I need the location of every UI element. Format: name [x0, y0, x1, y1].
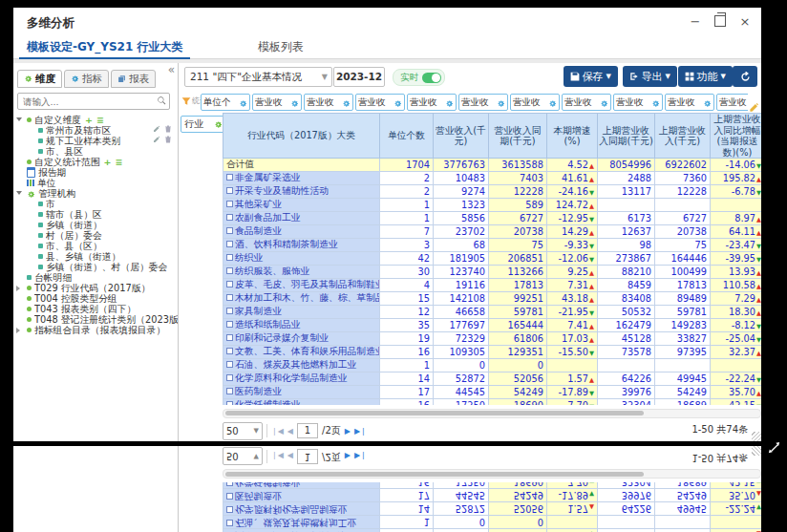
expander-open-icon[interactable]	[16, 117, 22, 121]
gear-icon[interactable]	[651, 97, 660, 108]
tree-item[interactable]: 村（居）委会	[15, 230, 178, 241]
row-expand-icon[interactable]	[226, 267, 233, 274]
row-label-cell[interactable]: 农副食品加工业	[223, 212, 380, 225]
gear-icon[interactable]	[342, 97, 351, 108]
row-label-cell[interactable]: 纺织业	[223, 252, 380, 266]
tab-template-list[interactable]: 模板列表	[250, 36, 311, 57]
tree-item[interactable]: 乡镇（街道）、村（居）委会	[15, 262, 178, 272]
page-input[interactable]: 1	[297, 423, 318, 438]
gear-icon[interactable]	[600, 97, 608, 108]
tree-item[interactable]: 管理机构	[15, 188, 178, 199]
row-expand-icon[interactable]	[226, 374, 233, 381]
row-label-cell[interactable]: 纺织服装、服饰业	[223, 266, 380, 279]
last-page-button[interactable]: ▶❘	[354, 427, 367, 436]
prev-page-button[interactable]: ◀	[287, 427, 293, 436]
edit-pencil-icon[interactable]	[153, 125, 160, 133]
row-label-cell[interactable]: 医药制造业	[223, 386, 380, 399]
tree-item[interactable]: T043 报表类别（四下）	[15, 304, 178, 314]
gear-icon[interactable]	[239, 97, 247, 108]
next-page-button[interactable]: ▶	[345, 427, 351, 436]
expander-open-icon[interactable]	[16, 191, 22, 195]
tree-item[interactable]: T004 控股类型分组	[15, 293, 178, 304]
save-button[interactable]: 保存 ▼	[564, 66, 618, 87]
row-label-cell[interactable]: 造纸和纸制品业	[223, 319, 380, 332]
row-expand-icon[interactable]	[226, 321, 233, 328]
realtime-toggle[interactable]	[422, 73, 441, 83]
template-select[interactable]: 211 "四下"企业基本情况 ▼	[184, 67, 332, 87]
row-label-cell[interactable]: 家具制造业	[223, 306, 380, 319]
add-icon[interactable]: +	[104, 157, 112, 167]
gear-icon[interactable]	[394, 97, 402, 108]
measure-chip[interactable]: 营业收	[510, 94, 560, 111]
row-label-cell[interactable]: 食品制造业	[223, 225, 380, 239]
gear-icon[interactable]	[290, 97, 299, 108]
tree-item[interactable]: 单位	[15, 178, 178, 188]
functions-button[interactable]: 功能 ▼	[678, 66, 733, 87]
measure-chip[interactable]: 营业收	[458, 94, 508, 111]
measure-chip[interactable]: 营业收	[407, 94, 457, 111]
tree-item[interactable]: 报告期	[15, 167, 178, 178]
row-label-cell[interactable]: 酒、饮料和精制茶制造业	[223, 239, 380, 252]
gear-icon[interactable]	[548, 97, 557, 108]
measure-chip[interactable]: 营业收	[355, 94, 405, 111]
row-expand-icon[interactable]	[226, 388, 233, 394]
tree-item[interactable]: 市、县（区）	[15, 241, 178, 251]
restore-icon[interactable]	[713, 14, 727, 28]
tree-item[interactable]: 指标组合目录（报表填报目录）	[15, 325, 178, 335]
tree-item[interactable]: 市、县区	[15, 146, 178, 157]
gear-icon[interactable]	[497, 97, 505, 108]
measure-chip[interactable]: 营业收	[252, 94, 302, 111]
row-expand-icon[interactable]	[226, 174, 233, 181]
row-expand-icon[interactable]	[226, 214, 233, 221]
list-icon[interactable]: ≡	[96, 115, 104, 125]
list-icon[interactable]: ≡	[116, 157, 123, 167]
sidebar-tab-report[interactable]: 报表	[111, 70, 156, 88]
export-button[interactable]: 导出 ▼	[623, 66, 677, 87]
horizontal-scrollbar[interactable]	[223, 409, 761, 418]
row-expand-icon[interactable]	[226, 201, 233, 207]
sidebar-tab-indicator[interactable]: 指标	[64, 70, 109, 88]
tree-item[interactable]: 自定义统计范围+≡	[15, 157, 178, 167]
row-expand-icon[interactable]	[226, 401, 233, 406]
row-expand-icon[interactable]	[226, 187, 233, 194]
tree-item[interactable]: 乡镇（街道）	[15, 220, 178, 230]
row-expand-icon[interactable]	[226, 361, 233, 368]
row-expand-icon[interactable]	[226, 281, 233, 287]
row-label-cell[interactable]: 合计值	[223, 159, 380, 172]
row-dimension-chip[interactable]: 行业	[181, 116, 226, 133]
tree-item[interactable]: 市	[15, 199, 178, 209]
first-page-button[interactable]: ❘◀	[271, 427, 284, 436]
measure-chip[interactable]: 营业收	[716, 94, 748, 111]
gear-icon[interactable]	[214, 120, 223, 129]
gear-icon[interactable]	[703, 97, 712, 108]
tree-item[interactable]: 县、乡镇（街道）	[15, 251, 178, 262]
expander-closed-icon[interactable]	[16, 328, 20, 333]
measure-chip[interactable]: 营业收	[613, 94, 663, 111]
row-label-cell[interactable]: 石油、煤炭及其他燃料加工业	[223, 359, 380, 372]
page-size-select[interactable]: 50 ▼	[223, 422, 263, 440]
measure-chip[interactable]: 营业收	[562, 94, 611, 111]
row-label-cell[interactable]: 文教、工美、体育和娱乐用品制造业	[223, 346, 380, 359]
sidebar-collapse-icon[interactable]: «	[168, 63, 175, 76]
sidebar-tab-dimension[interactable]: 维度	[17, 70, 62, 88]
measure-chip[interactable]: 单位个	[201, 94, 250, 111]
minimize-icon[interactable]: −	[689, 14, 702, 28]
tree-item[interactable]: T029 行业代码（2017版）	[15, 283, 178, 293]
gear-icon[interactable]	[445, 97, 454, 108]
row-label-cell[interactable]: 化学纤维制造业	[223, 399, 380, 406]
row-label-cell[interactable]: 印刷和记录媒介复制业	[223, 332, 380, 346]
row-expand-icon[interactable]	[226, 334, 233, 341]
trash-icon[interactable]	[164, 125, 172, 133]
edit-pencil-icon[interactable]	[153, 136, 160, 143]
row-label-cell[interactable]: 非金属矿采选业	[223, 172, 380, 185]
row-expand-icon[interactable]	[226, 227, 233, 234]
scrollbar-thumb[interactable]	[225, 411, 644, 415]
tree-item[interactable]: 自定义维度+≡	[15, 115, 178, 125]
row-expand-icon[interactable]	[226, 294, 233, 301]
refresh-button[interactable]	[733, 66, 757, 87]
row-expand-icon[interactable]	[226, 308, 233, 314]
row-expand-icon[interactable]	[226, 241, 233, 247]
measure-chip[interactable]: 营业收	[665, 94, 714, 111]
search-input[interactable]	[21, 95, 149, 108]
trash-icon[interactable]	[164, 136, 172, 143]
